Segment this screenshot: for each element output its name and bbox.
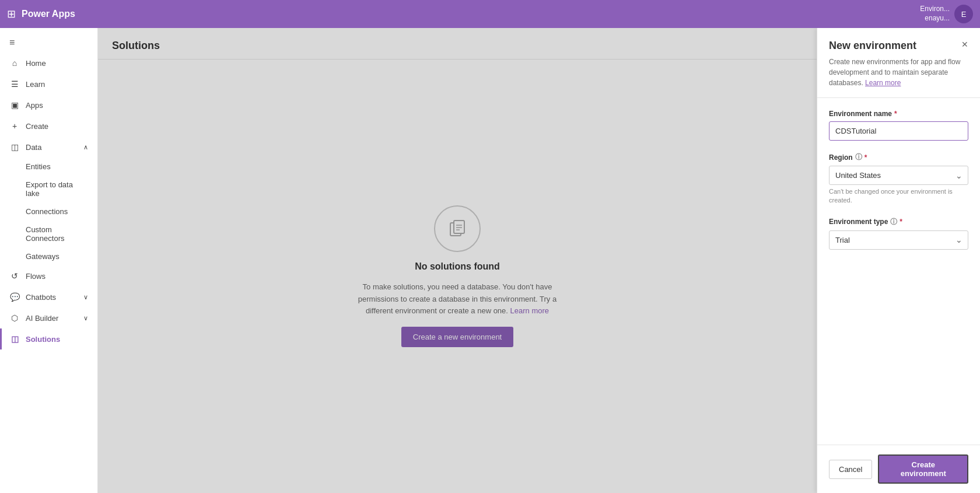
sidebar-item-custom-connectors[interactable]: Custom Connectors: [0, 221, 97, 247]
sidebar-item-flows[interactable]: ↺ Flows: [0, 265, 97, 286]
topbar: ⊞ Power Apps Environ... enayu... E: [0, 0, 980, 28]
env-type-select[interactable]: Trial Production Sandbox: [829, 230, 968, 250]
dim-overlay: [98, 28, 817, 493]
grid-icon[interactable]: ⊞: [7, 8, 16, 20]
sidebar-item-ai-builder[interactable]: ⬡ AI Builder ∨: [0, 307, 97, 328]
env-label: Environ...: [920, 5, 950, 14]
app-logo: Power Apps: [22, 9, 75, 19]
avatar[interactable]: E: [954, 5, 973, 23]
region-hint: Can't be changed once your environment i…: [829, 187, 968, 205]
new-environment-panel: New environment Create new environments …: [817, 28, 980, 493]
learn-icon: ☰: [9, 79, 20, 89]
create-icon: +: [9, 121, 20, 131]
topbar-right: Environ... enayu... E: [920, 5, 973, 23]
cancel-button[interactable]: Cancel: [829, 460, 872, 479]
panel-body: Environment name * Region ⓘ * United Sta…: [817, 98, 980, 445]
environment-info: Environ... enayu...: [920, 5, 950, 23]
panel-title: New environment: [829, 40, 968, 52]
panel-header: New environment Create new environments …: [817, 28, 980, 98]
env-name-field-group: Environment name *: [829, 110, 968, 141]
env-type-label: Environment type ⓘ *: [829, 217, 968, 227]
create-environment-button[interactable]: Create environment: [878, 454, 968, 484]
sidebar-item-create[interactable]: + Create: [0, 116, 97, 137]
required-indicator: *: [900, 218, 902, 226]
content-area: Solutions No solutions found To make sol…: [98, 28, 817, 493]
required-indicator: *: [864, 153, 867, 162]
env-name-input[interactable]: [829, 121, 968, 141]
sidebar-item-home[interactable]: ⌂ Home: [0, 53, 97, 74]
sidebar-item-learn[interactable]: ☰ Learn: [0, 74, 97, 95]
region-select-wrapper: United States Europe Asia Pacific Austra…: [829, 166, 968, 185]
data-icon: ◫: [9, 142, 20, 152]
sidebar-item-solutions[interactable]: ◫ Solutions: [0, 328, 97, 349]
env-type-info-icon: ⓘ: [890, 217, 897, 227]
sidebar-collapse-button[interactable]: ≡: [0, 33, 97, 53]
region-field-group: Region ⓘ * United States Europe Asia Pac…: [829, 152, 968, 205]
chatbots-icon: 💬: [9, 292, 20, 302]
sidebar-item-export[interactable]: Export to data lake: [0, 176, 97, 202]
panel-footer: Cancel Create environment: [817, 445, 980, 493]
home-icon: ⌂: [9, 58, 20, 68]
chevron-down-icon: ∨: [83, 293, 88, 301]
env-user: enayu...: [920, 14, 950, 23]
sidebar-item-gateways[interactable]: Gateways: [0, 247, 97, 265]
region-select[interactable]: United States Europe Asia Pacific Austra…: [829, 166, 968, 185]
solutions-icon: ◫: [9, 334, 20, 344]
sidebar-item-apps[interactable]: ▣ Apps: [0, 95, 97, 116]
flows-icon: ↺: [9, 271, 20, 281]
env-type-field-group: Environment type ⓘ * Trial Production Sa…: [829, 217, 968, 250]
region-label: Region ⓘ *: [829, 152, 968, 162]
chevron-down-icon: ∧: [83, 144, 88, 151]
env-type-select-wrapper: Trial Production Sandbox: [829, 230, 968, 250]
sidebar: ≡ ⌂ Home ☰ Learn ▣ Apps + Create ◫ Data …: [0, 28, 98, 493]
sidebar-item-data[interactable]: ◫ Data ∧: [0, 137, 97, 158]
panel-description: Create new environments for app and flow…: [829, 57, 968, 88]
chevron-down-icon: ∨: [83, 314, 88, 322]
main-layout: ≡ ⌂ Home ☰ Learn ▣ Apps + Create ◫ Data …: [0, 28, 980, 493]
env-name-label: Environment name *: [829, 110, 968, 118]
close-button[interactable]: ✕: [959, 37, 971, 51]
ai-builder-icon: ⬡: [9, 313, 20, 323]
apps-icon: ▣: [9, 100, 20, 110]
sidebar-item-chatbots[interactable]: 💬 Chatbots ∨: [0, 286, 97, 307]
region-info-icon: ⓘ: [855, 152, 862, 162]
sidebar-item-connections[interactable]: Connections: [0, 202, 97, 221]
sidebar-item-entities[interactable]: Entities: [0, 158, 97, 176]
panel-learn-more-link[interactable]: Learn more: [865, 79, 901, 87]
required-indicator: *: [894, 110, 897, 118]
